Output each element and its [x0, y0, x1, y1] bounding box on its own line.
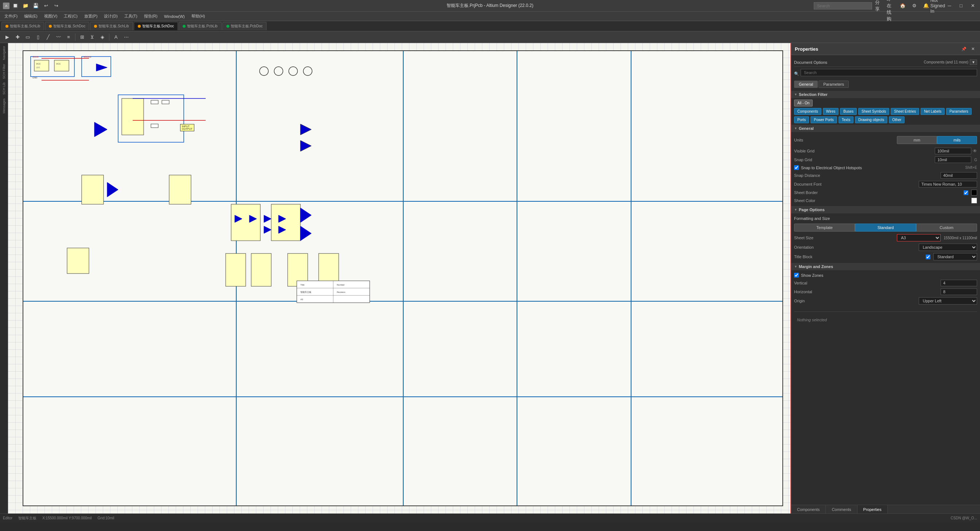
tab-schlib1[interactable]: 智能车主板.SchLib	[2, 22, 44, 30]
sidebar-messages[interactable]: Messages	[2, 97, 6, 115]
unit-mm[interactable]: mm	[897, 136, 937, 144]
sheet-border-checkbox[interactable]	[964, 190, 968, 195]
filter-net-labels[interactable]: Net Labels	[921, 108, 945, 115]
filter-other[interactable]: Other	[889, 116, 905, 123]
settings-button[interactable]: ⚙	[910, 2, 919, 10]
schematic-border: VCC LDO VCC	[22, 50, 783, 506]
panel-pin-icon[interactable]: 📌	[960, 45, 967, 53]
tool-power[interactable]: ⊻	[88, 33, 97, 41]
section-margin-zones[interactable]: ▼ Margin and Zones	[791, 263, 980, 270]
tab-schlib2[interactable]: 智能车主板.SchLib	[90, 22, 133, 30]
menu-tools[interactable]: 工具(T)	[121, 13, 140, 20]
tab-parameters[interactable]: Parameters	[818, 81, 849, 88]
section-selection-filter[interactable]: ▼ Selection Filter	[791, 91, 980, 98]
tool-rect2[interactable]: ▯	[33, 33, 42, 41]
filter-drawing-objects[interactable]: Drawing objects	[855, 116, 888, 123]
close-button[interactable]: ✕	[968, 2, 977, 10]
bottom-tab-properties[interactable]: Properties	[858, 505, 888, 513]
menu-design[interactable]: 设计(D)	[101, 13, 120, 20]
toolbar-icon-save[interactable]: 💾	[31, 2, 40, 10]
bottom-tab-components[interactable]: Components	[791, 505, 826, 513]
sheet-size-select[interactable]: A3 A4 A2 A1 Letter	[897, 234, 940, 241]
unit-mils[interactable]: mils	[937, 136, 977, 144]
notification-button[interactable]: 🔔	[922, 2, 931, 10]
sidebar-sch-filter[interactable]: SCH Filter	[2, 62, 6, 81]
tab-schdoc2[interactable]: 智能车主板.SchDoc	[134, 22, 178, 30]
visible-grid-eye-icon[interactable]: 👁	[973, 148, 977, 153]
properties-search-input[interactable]	[800, 69, 977, 76]
tool-wire[interactable]: 〰	[54, 33, 63, 41]
tool-component[interactable]: ◈	[98, 33, 107, 41]
vertical-input[interactable]	[940, 280, 977, 286]
sidebar-sch-lib[interactable]: SCH Lib	[2, 81, 6, 96]
section-general[interactable]: ▼ General	[791, 125, 980, 132]
tool-add[interactable]: ✚	[13, 33, 22, 41]
visible-grid-input[interactable]	[935, 148, 971, 154]
tool-text[interactable]: A	[111, 33, 120, 41]
menu-reports[interactable]: 报告(R)	[141, 13, 161, 20]
tab-schdoc1[interactable]: 智能车主板.SchDoc	[45, 22, 89, 30]
menu-place[interactable]: 放置(P)	[81, 13, 100, 20]
toolbar-icon-undo[interactable]: ↩	[41, 2, 50, 10]
tool-more[interactable]: ⋯	[122, 33, 130, 41]
panel-close-icon[interactable]: ✕	[969, 45, 976, 53]
menu-file[interactable]: 文件(F)	[2, 13, 21, 20]
tab-pcblib[interactable]: 智能车主板.PcbLib	[179, 22, 221, 30]
maximize-button[interactable]: □	[957, 2, 966, 10]
svg-marker-14	[94, 122, 107, 137]
filter-buses[interactable]: Buses	[840, 108, 857, 115]
section-page-options[interactable]: ▼ Page Options	[791, 206, 980, 213]
filter-parameters[interactable]: Parameters	[946, 108, 972, 115]
menu-view[interactable]: 视图(V)	[41, 13, 60, 20]
snap-distance-label: Snap Distance	[794, 173, 830, 178]
title-block-select[interactable]: Standard Custom	[933, 253, 977, 260]
filter-texts[interactable]: Texts	[838, 116, 853, 123]
toolbar-icon-new[interactable]: 🔲	[11, 2, 20, 10]
toolbar-icon-redo[interactable]: ↪	[52, 2, 60, 10]
toolbar-icon-open[interactable]: 📁	[21, 2, 30, 10]
menu-help[interactable]: 帮助(H)	[188, 13, 208, 20]
doc-font-input[interactable]	[919, 181, 977, 187]
home-button[interactable]: 🏠	[898, 2, 907, 10]
horizontal-input[interactable]	[940, 289, 977, 295]
tab-pcbdoc[interactable]: 智能车主板.PcbDoc	[223, 22, 267, 30]
all-on-button[interactable]: All - On	[794, 100, 813, 107]
panel-scroll-area[interactable]: Document Options Components (and 11 more…	[791, 55, 980, 505]
global-search-input[interactable]	[814, 2, 872, 10]
menu-window[interactable]: Window(W)	[161, 13, 188, 19]
account-button[interactable]: Not Signed In	[933, 2, 942, 10]
format-standard[interactable]: Standard	[855, 223, 916, 231]
online-button[interactable]: 立即在线购	[887, 2, 896, 10]
title-block-checkbox[interactable]	[926, 255, 931, 259]
tool-bus[interactable]: ≡	[64, 33, 73, 41]
filter-wires[interactable]: Wires	[823, 108, 839, 115]
filter-sheet-symbols[interactable]: Sheet Symbols	[858, 108, 889, 115]
format-template[interactable]: Template	[794, 223, 855, 231]
filter-components[interactable]: Components	[794, 108, 821, 115]
share-button[interactable]: 分享	[875, 2, 884, 10]
orientation-select[interactable]: Landscape Portrait	[919, 244, 977, 251]
tool-line[interactable]: ╱	[44, 33, 52, 41]
bottom-tab-comments[interactable]: Comments	[826, 505, 857, 513]
show-zones-checkbox[interactable]	[794, 273, 799, 277]
snap-electrical-checkbox[interactable]	[794, 165, 799, 170]
menu-edit[interactable]: 编辑(E)	[21, 13, 40, 20]
sheet-border-color-swatch[interactable]	[971, 190, 977, 196]
origin-select[interactable]: Upper Left Lower Left Upper Right Lower …	[919, 297, 977, 305]
filter-ports[interactable]: Ports	[794, 116, 809, 123]
tool-rect[interactable]: ▭	[23, 33, 32, 41]
schematic-canvas[interactable]: VCC LDO VCC	[8, 43, 791, 513]
tool-net[interactable]: ⊞	[78, 33, 86, 41]
sidebar-navigator[interactable]: Navigator	[2, 45, 6, 62]
doc-options-filter-icon[interactable]: ▼	[970, 59, 977, 65]
tab-general[interactable]: General	[794, 81, 818, 88]
snap-distance-input[interactable]	[940, 172, 977, 179]
sheet-color-swatch[interactable]	[971, 198, 977, 204]
snap-grid-input[interactable]	[935, 156, 971, 163]
filter-power-ports[interactable]: Power Ports	[810, 116, 837, 123]
tool-select[interactable]: ▶	[3, 33, 12, 41]
menu-project[interactable]: 工程(C)	[61, 13, 80, 20]
format-custom[interactable]: Custom	[916, 223, 977, 231]
filter-sheet-entries[interactable]: Sheet Entries	[891, 108, 919, 115]
minimize-button[interactable]: ─	[945, 2, 954, 10]
